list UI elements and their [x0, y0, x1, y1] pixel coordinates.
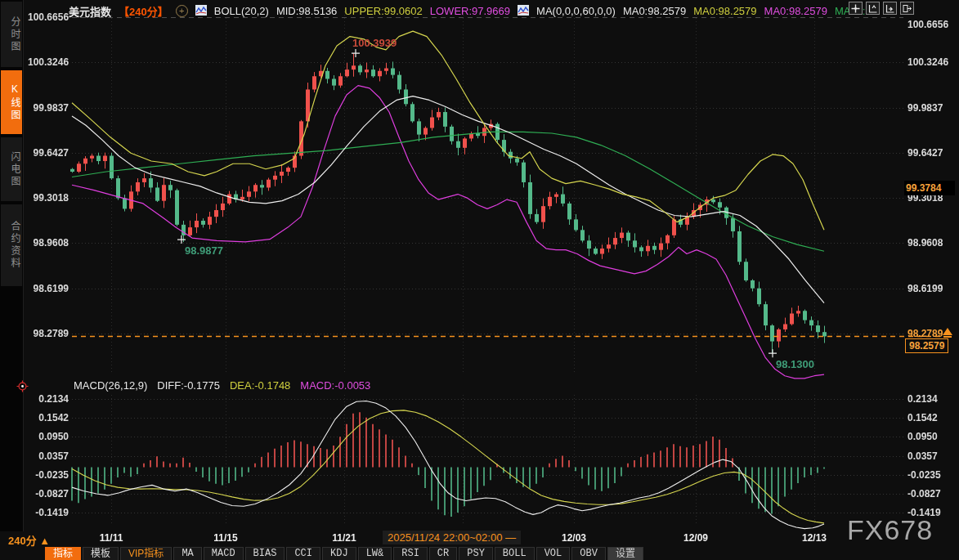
toolbar-button-RSI[interactable]: RSI [393, 547, 428, 560]
macd-axis-label: 0.2134 [907, 393, 938, 405]
toolbar-button-指标[interactable]: 指标 [45, 547, 81, 560]
symbol-name: 美元指数 [69, 3, 111, 19]
ma0-value-yellow: MA0:98.2579 [693, 5, 756, 17]
panel-expand-icon[interactable] [900, 2, 914, 15]
macd-axis-label: 0.0950 [907, 431, 938, 442]
toolbar-button-BIAS[interactable]: BIAS [245, 547, 285, 560]
macd-header: MACD(26,12,9) DIFF:-0.1775 DEA:-0.1748 M… [74, 379, 370, 392]
reference-price-marker: 99.3784 [904, 181, 955, 195]
toolbar-button-BOLL[interactable]: BOLL [495, 547, 535, 560]
toolbar-button-KDJ[interactable]: KDJ [322, 547, 356, 560]
macd-diff-value: DIFF:-0.1775 [157, 379, 220, 392]
macd-axis-label: -0.0827 [28, 488, 69, 500]
x-axis-scale-icon[interactable] [883, 2, 897, 15]
price-label-left: 99.9837 [28, 102, 69, 114]
price-label-right: 99.6427 [907, 147, 943, 159]
price-label-right: 98.9608 [907, 237, 943, 249]
price-label-left: 100.6656 [28, 11, 69, 23]
crosshair-date-label: 2025/11/24 22:00~02:00 — [383, 531, 521, 544]
time-tick-label: 11/15 [213, 532, 237, 544]
ma-params: MA(0,0,0,60,0,0) [536, 5, 616, 17]
extreme-price-label: 100.3939 [352, 37, 397, 49]
price-label-right: 98.6199 [907, 283, 943, 294]
toolbar-button-MA[interactable]: MA [173, 547, 201, 560]
toolbar-button-VIP指标[interactable]: VIP指标 [120, 547, 172, 560]
boll-mid-value: MID:98.5136 [276, 5, 337, 17]
price-label-left: 100.3246 [28, 56, 69, 68]
toolbar-button-设置[interactable]: 设置 [607, 547, 643, 560]
time-tick-label: 12/03 [562, 532, 586, 544]
toolbar-button-CCI[interactable]: CCI [286, 547, 320, 560]
y-axis-scale-icon[interactable] [866, 2, 880, 15]
price-label-right: 98.2789 [907, 328, 943, 339]
time-tick-label: 11/11 [100, 532, 123, 544]
macd-axis-label: 0.1542 [28, 412, 69, 423]
trading-app-window: 分时图K线图闪电图合约资料 美元指数 【240分】 + BOLL(20,2) M… [0, 0, 959, 560]
extreme-price-label: 98.1300 [776, 358, 814, 370]
boll-params: BOLL(20,2) [214, 5, 269, 17]
price-label-right: 100.6656 [907, 19, 948, 30]
indicator-header: 美元指数 【240分】 + BOLL(20,2) MID:98.5136 UPP… [69, 3, 872, 19]
time-tick-label: 11/21 [332, 532, 356, 544]
pan-tool-icon[interactable] [849, 2, 863, 15]
toolbar-button-LW&[interactable]: LW& [358, 547, 392, 560]
time-tick-label: 12/13 [802, 532, 827, 544]
sidebar-tab-3[interactable]: 闪电图 [1, 137, 22, 201]
sidebar-tab-2[interactable]: K线图 [1, 70, 22, 134]
time-tick-label: 12/09 [683, 532, 708, 544]
indicator-toolbar: 指标模板VIP指标MAMACDBIASCCIKDJLW&RSICRPSYBOLL… [45, 547, 643, 560]
period-switch-button[interactable]: 240分 ▲ [8, 532, 50, 548]
macd-axis-label: -0.0235 [28, 469, 69, 481]
macd-axis-label: -0.1419 [28, 507, 69, 518]
price-label-left: 98.9608 [28, 237, 69, 249]
macd-axis-label: 0.1542 [907, 412, 938, 423]
price-label-left: 99.3018 [28, 192, 69, 204]
price-label-left: 98.2789 [28, 328, 69, 339]
macd-axis-label: -0.0235 [907, 469, 941, 481]
sidebar-tab-4[interactable]: 合约资料 [1, 204, 22, 286]
toolbar-button-模板[interactable]: 模板 [83, 547, 119, 560]
current-price-box: 98.2579 [905, 338, 948, 353]
boll-upper-value: UPPER:99.0602 [344, 5, 422, 17]
chart-type-sidebar: 分时图K线图闪电图合约资料 [0, 0, 24, 531]
toolbar-button-OBV[interactable]: OBV [571, 547, 606, 560]
toolbar-button-PSY[interactable]: PSY [459, 547, 493, 560]
macd-macd-value: MACD:-0.0053 [300, 379, 370, 392]
price-label-left: 99.6427 [28, 147, 69, 159]
macd-axis-label: 0.0950 [28, 431, 69, 442]
extreme-price-label: 98.9877 [185, 244, 223, 257]
ma-indicator-icon[interactable] [518, 5, 529, 18]
toolbar-button-MACD[interactable]: MACD [204, 547, 244, 560]
alert-target-icon[interactable] [16, 380, 29, 396]
boll-indicator-icon[interactable] [195, 5, 207, 18]
main-chart-canvas[interactable] [0, 0, 959, 560]
macd-axis-label: 0.0357 [907, 450, 938, 462]
toolbar-button-CR[interactable]: CR [429, 547, 457, 560]
toolbar-button-VOL[interactable]: VOL [536, 547, 571, 560]
price-label-right: 99.9837 [907, 102, 943, 114]
price-label-right: 100.3246 [907, 56, 948, 68]
add-indicator-icon[interactable]: + [176, 5, 188, 17]
macd-axis-label: 0.0357 [28, 450, 69, 462]
macd-axis-label: -0.0827 [907, 488, 941, 500]
chart-toolbuttons [849, 2, 914, 15]
boll-lower-value: LOWER:97.9669 [430, 5, 510, 17]
sidebar-tab-1[interactable]: 分时图 [1, 2, 22, 67]
macd-dea-value: DEA:-0.1748 [230, 379, 290, 392]
price-label-left: 98.6199 [28, 283, 69, 294]
jump-to-latest-icon[interactable] [943, 328, 952, 335]
ma0-value-white: MA0:98.2579 [623, 5, 686, 17]
macd-params: MACD(26,12,9) [74, 379, 147, 392]
ma0-value-magenta: MA0:98.2579 [764, 5, 827, 17]
period-label: 【240分】 [119, 3, 168, 19]
fx678-watermark: FX678 [847, 514, 933, 546]
macd-axis-label: 0.2134 [28, 393, 69, 405]
